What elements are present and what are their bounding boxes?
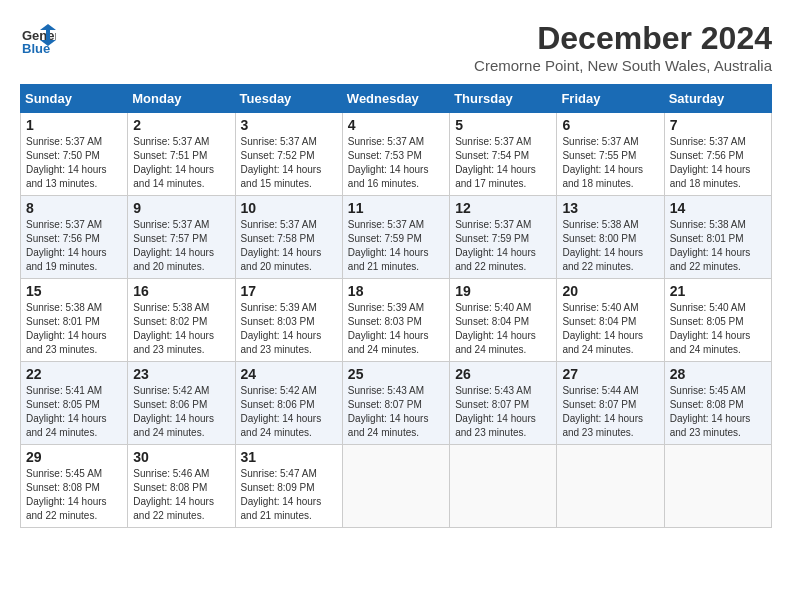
day-number: 4 <box>348 117 444 133</box>
calendar-week-row: 22Sunrise: 5:41 AMSunset: 8:05 PMDayligh… <box>21 362 772 445</box>
calendar-cell: 26Sunrise: 5:43 AMSunset: 8:07 PMDayligh… <box>450 362 557 445</box>
calendar-cell: 4Sunrise: 5:37 AMSunset: 7:53 PMDaylight… <box>342 113 449 196</box>
day-number: 7 <box>670 117 766 133</box>
day-info: Sunrise: 5:37 AMSunset: 7:50 PMDaylight:… <box>26 135 122 191</box>
day-number: 25 <box>348 366 444 382</box>
day-number: 13 <box>562 200 658 216</box>
day-info: Sunrise: 5:47 AMSunset: 8:09 PMDaylight:… <box>241 467 337 523</box>
calendar-cell: 13Sunrise: 5:38 AMSunset: 8:00 PMDayligh… <box>557 196 664 279</box>
day-header-wednesday: Wednesday <box>342 85 449 113</box>
calendar-cell <box>450 445 557 528</box>
day-info: Sunrise: 5:37 AMSunset: 7:57 PMDaylight:… <box>133 218 229 274</box>
calendar-week-row: 29Sunrise: 5:45 AMSunset: 8:08 PMDayligh… <box>21 445 772 528</box>
day-number: 22 <box>26 366 122 382</box>
day-number: 17 <box>241 283 337 299</box>
calendar-cell: 21Sunrise: 5:40 AMSunset: 8:05 PMDayligh… <box>664 279 771 362</box>
calendar-cell: 11Sunrise: 5:37 AMSunset: 7:59 PMDayligh… <box>342 196 449 279</box>
day-header-tuesday: Tuesday <box>235 85 342 113</box>
calendar-cell: 24Sunrise: 5:42 AMSunset: 8:06 PMDayligh… <box>235 362 342 445</box>
day-info: Sunrise: 5:42 AMSunset: 8:06 PMDaylight:… <box>241 384 337 440</box>
page-header: General Blue December 2024 Cremorne Poin… <box>20 20 772 74</box>
calendar-cell: 5Sunrise: 5:37 AMSunset: 7:54 PMDaylight… <box>450 113 557 196</box>
day-number: 3 <box>241 117 337 133</box>
calendar-cell: 15Sunrise: 5:38 AMSunset: 8:01 PMDayligh… <box>21 279 128 362</box>
day-info: Sunrise: 5:38 AMSunset: 8:02 PMDaylight:… <box>133 301 229 357</box>
day-number: 29 <box>26 449 122 465</box>
day-info: Sunrise: 5:37 AMSunset: 7:59 PMDaylight:… <box>348 218 444 274</box>
day-number: 19 <box>455 283 551 299</box>
day-info: Sunrise: 5:45 AMSunset: 8:08 PMDaylight:… <box>26 467 122 523</box>
day-number: 27 <box>562 366 658 382</box>
calendar-cell: 1Sunrise: 5:37 AMSunset: 7:50 PMDaylight… <box>21 113 128 196</box>
day-number: 31 <box>241 449 337 465</box>
day-number: 10 <box>241 200 337 216</box>
day-number: 30 <box>133 449 229 465</box>
day-number: 1 <box>26 117 122 133</box>
calendar-cell: 10Sunrise: 5:37 AMSunset: 7:58 PMDayligh… <box>235 196 342 279</box>
calendar-cell: 6Sunrise: 5:37 AMSunset: 7:55 PMDaylight… <box>557 113 664 196</box>
day-header-sunday: Sunday <box>21 85 128 113</box>
day-number: 16 <box>133 283 229 299</box>
calendar-cell: 29Sunrise: 5:45 AMSunset: 8:08 PMDayligh… <box>21 445 128 528</box>
calendar-week-row: 8Sunrise: 5:37 AMSunset: 7:56 PMDaylight… <box>21 196 772 279</box>
day-info: Sunrise: 5:37 AMSunset: 7:54 PMDaylight:… <box>455 135 551 191</box>
day-number: 28 <box>670 366 766 382</box>
day-info: Sunrise: 5:38 AMSunset: 8:00 PMDaylight:… <box>562 218 658 274</box>
calendar-cell: 3Sunrise: 5:37 AMSunset: 7:52 PMDaylight… <box>235 113 342 196</box>
day-info: Sunrise: 5:37 AMSunset: 7:56 PMDaylight:… <box>670 135 766 191</box>
calendar-cell <box>664 445 771 528</box>
calendar-cell: 31Sunrise: 5:47 AMSunset: 8:09 PMDayligh… <box>235 445 342 528</box>
day-info: Sunrise: 5:46 AMSunset: 8:08 PMDaylight:… <box>133 467 229 523</box>
day-info: Sunrise: 5:37 AMSunset: 7:59 PMDaylight:… <box>455 218 551 274</box>
day-number: 24 <box>241 366 337 382</box>
calendar-cell: 27Sunrise: 5:44 AMSunset: 8:07 PMDayligh… <box>557 362 664 445</box>
main-title: December 2024 <box>474 20 772 57</box>
day-number: 15 <box>26 283 122 299</box>
calendar-cell: 18Sunrise: 5:39 AMSunset: 8:03 PMDayligh… <box>342 279 449 362</box>
day-info: Sunrise: 5:43 AMSunset: 8:07 PMDaylight:… <box>348 384 444 440</box>
calendar-cell: 20Sunrise: 5:40 AMSunset: 8:04 PMDayligh… <box>557 279 664 362</box>
day-info: Sunrise: 5:37 AMSunset: 7:52 PMDaylight:… <box>241 135 337 191</box>
day-number: 23 <box>133 366 229 382</box>
calendar-cell: 28Sunrise: 5:45 AMSunset: 8:08 PMDayligh… <box>664 362 771 445</box>
day-header-thursday: Thursday <box>450 85 557 113</box>
calendar-cell: 2Sunrise: 5:37 AMSunset: 7:51 PMDaylight… <box>128 113 235 196</box>
day-info: Sunrise: 5:40 AMSunset: 8:04 PMDaylight:… <box>562 301 658 357</box>
calendar-cell: 8Sunrise: 5:37 AMSunset: 7:56 PMDaylight… <box>21 196 128 279</box>
day-info: Sunrise: 5:44 AMSunset: 8:07 PMDaylight:… <box>562 384 658 440</box>
subtitle: Cremorne Point, New South Wales, Austral… <box>474 57 772 74</box>
calendar-week-row: 1Sunrise: 5:37 AMSunset: 7:50 PMDaylight… <box>21 113 772 196</box>
day-number: 9 <box>133 200 229 216</box>
day-number: 6 <box>562 117 658 133</box>
day-number: 14 <box>670 200 766 216</box>
day-info: Sunrise: 5:38 AMSunset: 8:01 PMDaylight:… <box>670 218 766 274</box>
day-number: 12 <box>455 200 551 216</box>
day-number: 18 <box>348 283 444 299</box>
logo-icon: General Blue <box>20 20 56 56</box>
calendar-cell: 12Sunrise: 5:37 AMSunset: 7:59 PMDayligh… <box>450 196 557 279</box>
calendar-cell: 22Sunrise: 5:41 AMSunset: 8:05 PMDayligh… <box>21 362 128 445</box>
day-info: Sunrise: 5:42 AMSunset: 8:06 PMDaylight:… <box>133 384 229 440</box>
day-header-saturday: Saturday <box>664 85 771 113</box>
day-number: 2 <box>133 117 229 133</box>
day-info: Sunrise: 5:37 AMSunset: 7:53 PMDaylight:… <box>348 135 444 191</box>
calendar-header-row: SundayMondayTuesdayWednesdayThursdayFrid… <box>21 85 772 113</box>
calendar-cell: 9Sunrise: 5:37 AMSunset: 7:57 PMDaylight… <box>128 196 235 279</box>
calendar-cell: 16Sunrise: 5:38 AMSunset: 8:02 PMDayligh… <box>128 279 235 362</box>
day-info: Sunrise: 5:45 AMSunset: 8:08 PMDaylight:… <box>670 384 766 440</box>
title-area: December 2024 Cremorne Point, New South … <box>474 20 772 74</box>
day-info: Sunrise: 5:37 AMSunset: 7:58 PMDaylight:… <box>241 218 337 274</box>
calendar-cell: 30Sunrise: 5:46 AMSunset: 8:08 PMDayligh… <box>128 445 235 528</box>
day-info: Sunrise: 5:41 AMSunset: 8:05 PMDaylight:… <box>26 384 122 440</box>
calendar-cell: 25Sunrise: 5:43 AMSunset: 8:07 PMDayligh… <box>342 362 449 445</box>
day-number: 8 <box>26 200 122 216</box>
calendar-table: SundayMondayTuesdayWednesdayThursdayFrid… <box>20 84 772 528</box>
day-header-monday: Monday <box>128 85 235 113</box>
calendar-cell: 19Sunrise: 5:40 AMSunset: 8:04 PMDayligh… <box>450 279 557 362</box>
day-number: 26 <box>455 366 551 382</box>
logo: General Blue <box>20 20 56 56</box>
calendar-cell: 7Sunrise: 5:37 AMSunset: 7:56 PMDaylight… <box>664 113 771 196</box>
calendar-cell: 14Sunrise: 5:38 AMSunset: 8:01 PMDayligh… <box>664 196 771 279</box>
calendar-cell <box>342 445 449 528</box>
day-header-friday: Friday <box>557 85 664 113</box>
